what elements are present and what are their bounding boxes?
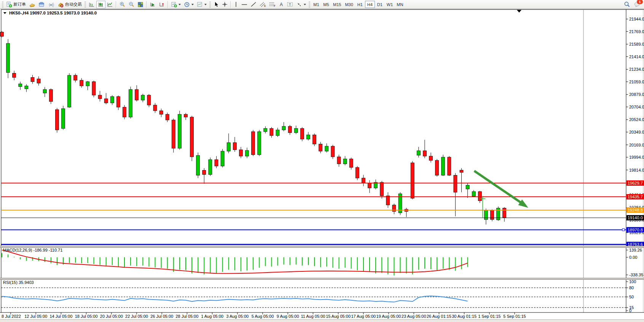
candle xyxy=(104,99,108,103)
equidistant-channel-icon: E xyxy=(260,2,266,7)
candlestick-mode-button[interactable] xyxy=(96,1,105,8)
arrows-tool-button[interactable] xyxy=(295,1,308,8)
text-tool-button[interactable]: A xyxy=(277,1,285,8)
main-toolbar: 新订单 自动交易 xyxy=(0,0,644,9)
toolbar-grip[interactable] xyxy=(2,2,3,8)
gold-chart-icon xyxy=(29,2,35,8)
candle xyxy=(159,111,163,114)
zoom-out-button[interactable] xyxy=(127,1,136,8)
clock-icon xyxy=(184,2,190,8)
candle xyxy=(300,129,304,139)
crosshair-tool-button[interactable] xyxy=(220,1,229,8)
candle xyxy=(362,178,365,183)
tile-windows-button[interactable] xyxy=(136,1,145,8)
svg-text:8 Jul 2022: 8 Jul 2022 xyxy=(2,314,21,319)
svg-text:17 Aug 05:00: 17 Aug 05:00 xyxy=(351,314,376,319)
timeframe-d1[interactable]: D1 xyxy=(375,1,385,8)
hline-tool-button[interactable] xyxy=(240,1,249,8)
candle xyxy=(98,95,102,99)
timeframe-m5[interactable]: M5 xyxy=(321,1,331,8)
svg-text:18970.8: 18970.8 xyxy=(628,228,643,232)
chart-play-button[interactable] xyxy=(148,1,157,8)
pane-splitter[interactable] xyxy=(0,246,644,248)
timeframe-m30[interactable]: M30 xyxy=(343,1,355,8)
candle xyxy=(74,75,77,80)
notifications-button[interactable]: 1 xyxy=(634,1,641,8)
svg-text:20704.0: 20704.0 xyxy=(629,105,644,109)
hline-endpoint-marker[interactable] xyxy=(622,229,625,231)
svg-text:21059.0: 21059.0 xyxy=(629,80,644,84)
vline-tool-button[interactable] xyxy=(232,1,240,8)
candle xyxy=(0,32,4,36)
candle xyxy=(172,120,175,148)
period-button[interactable] xyxy=(182,1,195,8)
timeframe-mn[interactable]: MN xyxy=(395,1,405,8)
trendline-tool-button[interactable] xyxy=(249,1,258,8)
candle xyxy=(252,132,255,155)
chart-canvas[interactable]: 21944.021769.021589.021414.021234.021059… xyxy=(0,9,644,322)
channel-tool-button[interactable]: E xyxy=(258,1,268,8)
candle xyxy=(337,157,341,164)
timeframe-w1[interactable]: W1 xyxy=(385,1,395,8)
template-button[interactable] xyxy=(195,1,208,8)
svg-text:0.00: 0.00 xyxy=(629,255,637,260)
svg-text:19 Aug 05:00: 19 Aug 05:00 xyxy=(376,314,401,319)
new-order-button[interactable]: 新订单 xyxy=(5,1,27,8)
line-chart-mode-button[interactable] xyxy=(105,1,115,8)
tile-windows-icon xyxy=(137,2,143,8)
fibonacci-tool-button[interactable]: F xyxy=(268,1,277,8)
candle xyxy=(417,151,420,155)
new-chart-button[interactable] xyxy=(27,1,37,8)
chart-window[interactable]: 21944.021769.021589.021414.021234.021059… xyxy=(0,9,644,322)
svg-text:F: F xyxy=(274,5,276,7)
candle xyxy=(190,117,194,157)
zoom-in-button[interactable] xyxy=(118,1,127,8)
signal-button[interactable] xyxy=(46,1,56,8)
toolbar-grip[interactable] xyxy=(209,2,211,8)
timeframe-h4[interactable]: H4 xyxy=(365,1,375,8)
candle xyxy=(31,77,34,81)
cursor-tool-button[interactable] xyxy=(212,1,220,8)
candle xyxy=(49,89,53,102)
text-label-tool-button[interactable]: T xyxy=(285,1,295,8)
text-label-icon: T xyxy=(287,2,293,7)
svg-text:19629.7: 19629.7 xyxy=(628,181,643,185)
toolbar-separator xyxy=(146,1,147,8)
candle xyxy=(6,43,10,72)
pane-splitter[interactable] xyxy=(0,278,644,280)
add-indicator-button[interactable] xyxy=(169,1,182,8)
crosshair-icon xyxy=(222,2,228,7)
search-icon[interactable] xyxy=(624,1,630,8)
candle xyxy=(454,175,457,192)
svg-text:19994.0: 19994.0 xyxy=(629,155,644,159)
svg-text:12 Jul 05:00: 12 Jul 05:00 xyxy=(24,314,47,319)
toolbar-grip[interactable] xyxy=(309,2,310,8)
bar-chart-mode-button[interactable] xyxy=(87,1,96,8)
timeframe-h1[interactable]: H1 xyxy=(355,1,365,8)
svg-text:9 Aug 05:00: 9 Aug 05:00 xyxy=(277,314,299,319)
candle xyxy=(184,114,188,117)
candle xyxy=(448,157,451,175)
vertical-line-icon xyxy=(234,2,238,7)
dropdown-caret xyxy=(191,4,194,5)
timeframe-m1[interactable]: M1 xyxy=(311,1,321,8)
toolbar-grip[interactable] xyxy=(84,2,86,8)
candle xyxy=(270,129,273,136)
candle xyxy=(80,80,83,86)
profiles-button[interactable] xyxy=(37,1,46,8)
svg-text:21589.0: 21589.0 xyxy=(629,42,644,46)
bar-chart-icon xyxy=(89,2,95,8)
candle xyxy=(276,130,279,135)
candle xyxy=(429,156,433,160)
candle xyxy=(86,82,89,86)
candle xyxy=(355,167,359,178)
chart-marker-button[interactable] xyxy=(157,1,166,8)
candle xyxy=(202,170,206,174)
template-icon xyxy=(197,2,203,8)
candle xyxy=(13,73,16,77)
candle xyxy=(368,183,371,188)
autotrading-button[interactable]: 自动交易 xyxy=(56,1,83,8)
new-order-icon xyxy=(6,2,12,8)
timeframe-m15[interactable]: M15 xyxy=(331,1,343,8)
candle xyxy=(123,107,126,117)
